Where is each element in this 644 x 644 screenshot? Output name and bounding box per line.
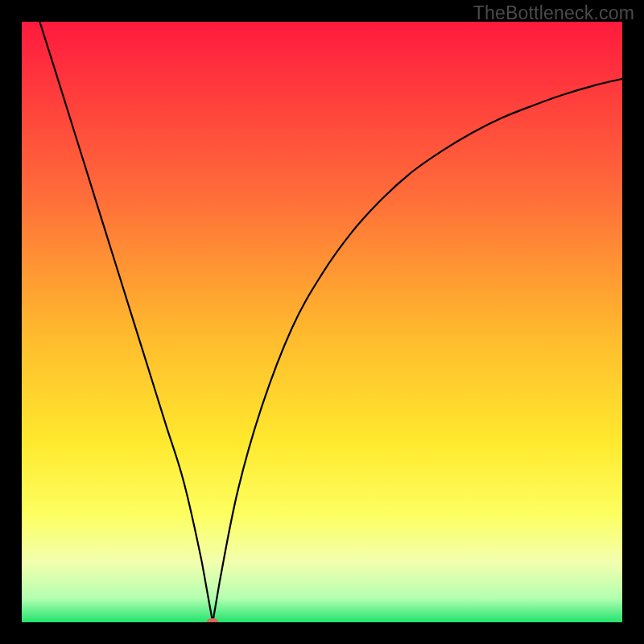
plot-area (22, 22, 622, 622)
watermark-text: TheBottleneck.com (473, 2, 634, 24)
chart-frame: TheBottleneck.com (0, 0, 644, 644)
minimum-marker (207, 618, 219, 622)
bottleneck-curve (22, 22, 622, 622)
